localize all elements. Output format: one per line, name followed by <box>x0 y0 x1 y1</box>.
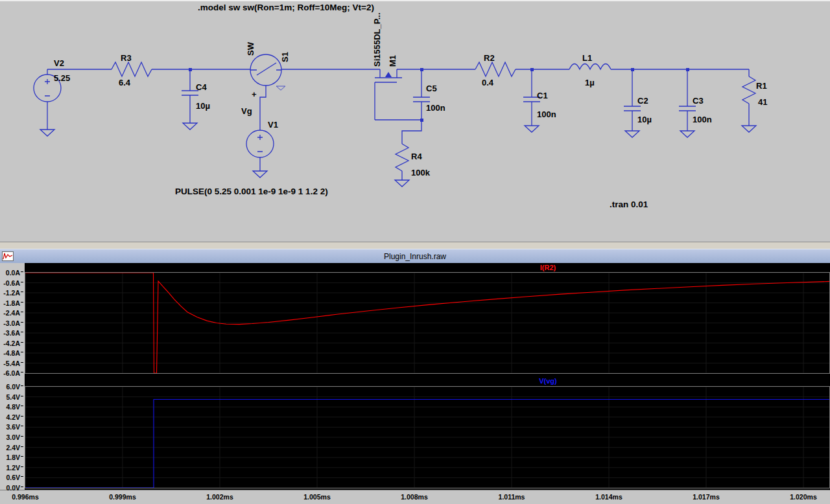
schematic-editor[interactable]: V2 5.25 R3 6.4 C4 10µ SW S1 + Vg V1 Si15… <box>0 0 830 242</box>
ground-symbol[interactable] <box>183 123 197 130</box>
r2-symbol[interactable] <box>475 62 516 76</box>
waveform-window-icon[interactable] <box>2 251 14 261</box>
r3-value[interactable]: 6.4 <box>119 78 131 87</box>
waveform-window-title: Plugin_Inrush.raw <box>0 252 830 261</box>
c1-value[interactable]: 100n <box>537 109 556 119</box>
r4-label[interactable]: R4 <box>411 152 422 161</box>
waveform-titlebar[interactable]: Plugin_Inrush.raw <box>0 249 830 263</box>
y-tick-label: 0.6V <box>0 474 23 481</box>
current-plot-canvas[interactable] <box>25 273 829 373</box>
v1-label[interactable]: V1 <box>268 120 278 130</box>
c3-value[interactable]: 100n <box>693 115 712 124</box>
c1-label[interactable]: C1 <box>537 91 548 100</box>
trace-vvg <box>25 400 829 488</box>
tran-directive[interactable]: .tran 0.01 <box>610 200 648 209</box>
y-tick-label: 4.8V <box>0 404 23 411</box>
y-tick-label: -0.6A <box>0 280 23 287</box>
m1-mosfet-symbol[interactable] <box>375 69 421 120</box>
l1-value[interactable]: 1µ <box>585 78 595 87</box>
y-tick-label: 0.0A <box>0 269 23 277</box>
pulse-directive[interactable]: PULSE(0 5.25 0.001 1e-9 1e-9 1 1.2 2) <box>175 187 328 196</box>
m1-label[interactable]: M1 <box>388 55 397 67</box>
c4-label[interactable]: C4 <box>196 82 207 92</box>
x-tick-label: 1.020ms <box>790 493 816 501</box>
trace-label-ir2[interactable]: I(R2) <box>540 264 556 271</box>
junction-dots <box>189 68 689 122</box>
y-tick-label: -6.0A <box>0 370 23 377</box>
r1-value[interactable]: 41 <box>758 97 767 107</box>
x-tick-label: 1.014ms <box>595 493 622 501</box>
r2-value[interactable]: 0.4 <box>482 78 494 87</box>
y-tick-label: -1.2A <box>0 290 23 297</box>
r1-label[interactable]: R1 <box>756 81 767 91</box>
y-tick-label: -2.4A <box>0 310 23 317</box>
vg-label[interactable]: Vg <box>241 106 252 116</box>
c5-value[interactable]: 100n <box>426 103 445 113</box>
l1-label[interactable]: L1 <box>582 53 592 63</box>
ground-symbol[interactable] <box>525 126 539 132</box>
waveform-viewer[interactable]: 0.996ms0.999ms1.002ms1.005ms1.008ms1.011… <box>0 263 830 504</box>
c4-symbol[interactable] <box>182 69 198 130</box>
y-tick-label: 6.0V <box>0 384 23 391</box>
schematic-canvas[interactable]: V2 5.25 R3 6.4 C4 10µ SW S1 + Vg V1 Si15… <box>0 1 830 242</box>
sw-label[interactable]: SW <box>246 41 255 56</box>
y-tick-label: 2.4V <box>0 444 23 452</box>
switch-ground-symbol[interactable] <box>276 86 285 90</box>
voltage-plot-pane[interactable] <box>25 386 830 488</box>
v1-symbol[interactable] <box>246 130 274 178</box>
x-tick-label: 1.005ms <box>303 493 330 501</box>
trace-label-vvg[interactable]: V(vg) <box>539 377 557 385</box>
window-divider <box>0 242 830 249</box>
r4-value[interactable]: 100k <box>411 168 431 178</box>
r3-label[interactable]: R3 <box>121 53 132 63</box>
c2-value[interactable]: 10µ <box>637 115 652 124</box>
current-plot-pane[interactable] <box>25 272 830 374</box>
model-directive[interactable]: .model sw sw(Ron=1m; Roff=10Meg; Vt=2) <box>198 3 374 12</box>
y-tick-label: -4.2A <box>0 340 23 347</box>
ground-symbol[interactable] <box>395 180 409 187</box>
y-tick-label: -3.6A <box>0 330 23 337</box>
y-tick-label: -3.0A <box>0 320 23 327</box>
v2-label[interactable]: V2 <box>54 58 64 68</box>
y-tick-label: 4.2V <box>0 414 23 421</box>
ground-symbol[interactable] <box>40 130 54 136</box>
y-tick-label: 0.0V <box>0 485 23 492</box>
x-tick-label: 0.999ms <box>109 493 136 501</box>
c4-value[interactable]: 10µ <box>196 101 210 111</box>
v2-value[interactable]: 5.25 <box>54 73 70 83</box>
l1-symbol[interactable] <box>569 64 611 70</box>
r3-symbol[interactable] <box>112 62 152 76</box>
c1-symbol[interactable] <box>523 69 540 132</box>
y-tick-label: 1.8V <box>0 454 23 461</box>
switch-plus-label: + <box>252 89 257 99</box>
y-tick-label: 3.6V <box>0 424 23 431</box>
x-axis-strip: 0.996ms0.999ms1.002ms1.005ms1.008ms1.011… <box>0 490 830 504</box>
voltage-plot-canvas[interactable] <box>25 387 829 488</box>
c2-label[interactable]: C2 <box>637 96 648 106</box>
r1-symbol[interactable] <box>742 69 756 132</box>
x-tick-label: 1.002ms <box>206 493 233 501</box>
y-tick-label: -4.8A <box>0 350 23 357</box>
c3-label[interactable]: C3 <box>693 96 704 106</box>
y-tick-label: -1.8A <box>0 300 23 307</box>
m1-model-label[interactable]: Si1555DL_P... <box>372 12 382 67</box>
s1-label[interactable]: S1 <box>280 52 290 62</box>
r2-label[interactable]: R2 <box>484 53 495 63</box>
y-tick-label: 1.2V <box>0 464 23 472</box>
x-tick-label: 1.008ms <box>401 493 427 501</box>
ground-symbol[interactable] <box>253 171 267 178</box>
y-tick-label: 3.0V <box>0 434 23 441</box>
ltspice-window: V2 5.25 R3 6.4 C4 10µ SW S1 + Vg V1 Si15… <box>0 0 830 504</box>
x-tick-label: 1.011ms <box>499 493 525 501</box>
ground-symbol[interactable] <box>742 126 756 132</box>
c5-label[interactable]: C5 <box>426 84 437 93</box>
y-tick-label: 5.4V <box>0 394 23 401</box>
ground-symbol[interactable] <box>680 131 694 137</box>
ground-symbol[interactable] <box>625 131 639 137</box>
x-tick-label: 0.996ms <box>12 493 38 501</box>
y-tick-label: -5.4A <box>0 360 23 367</box>
x-tick-label: 1.017ms <box>693 493 719 501</box>
